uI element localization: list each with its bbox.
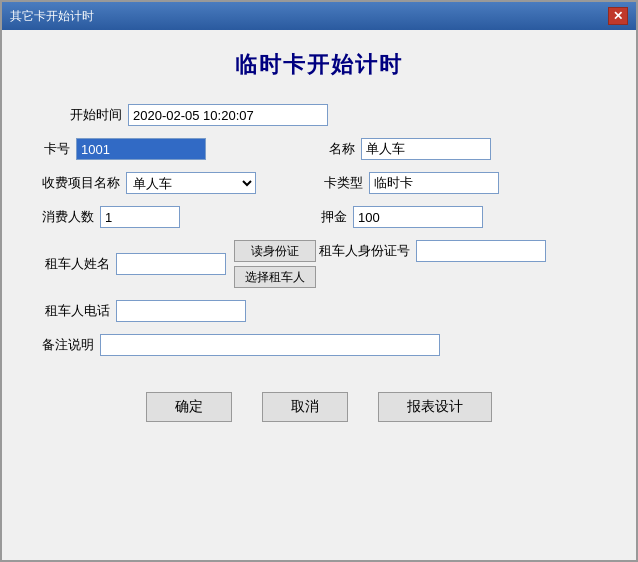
report-button[interactable]: 报表设计 [378, 392, 492, 422]
window-title: 其它卡开始计时 [10, 8, 94, 25]
renter-phone-label: 租车人电话 [42, 302, 110, 320]
renter-name-label: 租车人姓名 [42, 255, 110, 273]
fee-item-label: 收费项目名称 [42, 174, 120, 192]
remark-row: 备注说明 [42, 334, 596, 356]
titlebar: 其它卡开始计时 ✕ [2, 2, 636, 30]
renter-id-row: 租车人姓名 读身份证 选择租车人 租车人身份证号 [42, 240, 596, 288]
select-renter-button[interactable]: 选择租车人 [234, 266, 316, 288]
deposit-label: 押金 [319, 208, 347, 226]
bottom-buttons: 确定 取消 报表设计 [146, 392, 492, 422]
cancel-button[interactable]: 取消 [262, 392, 348, 422]
fee-item-select[interactable]: 单人车 [126, 172, 256, 194]
main-window: 其它卡开始计时 ✕ 临时卡开始计时 开始时间 卡号 名称 [0, 0, 638, 562]
card-type-input[interactable] [369, 172, 499, 194]
card-no-label: 卡号 [42, 140, 70, 158]
card-type-label: 卡类型 [319, 174, 363, 192]
deposit-input[interactable] [353, 206, 483, 228]
name-input[interactable] [361, 138, 491, 160]
renter-phone-row: 租车人电话 [42, 300, 596, 322]
content-area: 临时卡开始计时 开始时间 卡号 名称 收费 [2, 30, 636, 560]
action-buttons: 读身份证 选择租车人 [234, 240, 316, 288]
remark-label: 备注说明 [42, 336, 94, 354]
read-id-button[interactable]: 读身份证 [234, 240, 316, 262]
renter-name-input[interactable] [116, 253, 226, 275]
renter-id-input[interactable] [416, 240, 546, 262]
renter-phone-input[interactable] [116, 300, 246, 322]
start-time-label: 开始时间 [62, 106, 122, 124]
start-time-input[interactable] [128, 104, 328, 126]
consumers-deposit-row: 消费人数 押金 [42, 206, 596, 228]
page-title: 临时卡开始计时 [235, 50, 403, 80]
renter-id-label: 租车人身份证号 [319, 242, 410, 260]
fee-cardtype-row: 收费项目名称 单人车 卡类型 [42, 172, 596, 194]
close-button[interactable]: ✕ [608, 7, 628, 25]
form: 开始时间 卡号 名称 收费项目名称 单人车 [42, 104, 596, 368]
remark-input[interactable] [100, 334, 440, 356]
consumers-input[interactable] [100, 206, 180, 228]
confirm-button[interactable]: 确定 [146, 392, 232, 422]
start-time-row: 开始时间 [62, 104, 596, 126]
card-name-row: 卡号 名称 [42, 138, 596, 160]
card-no-input[interactable] [76, 138, 206, 160]
name-label: 名称 [319, 140, 355, 158]
consumers-label: 消费人数 [42, 208, 94, 226]
